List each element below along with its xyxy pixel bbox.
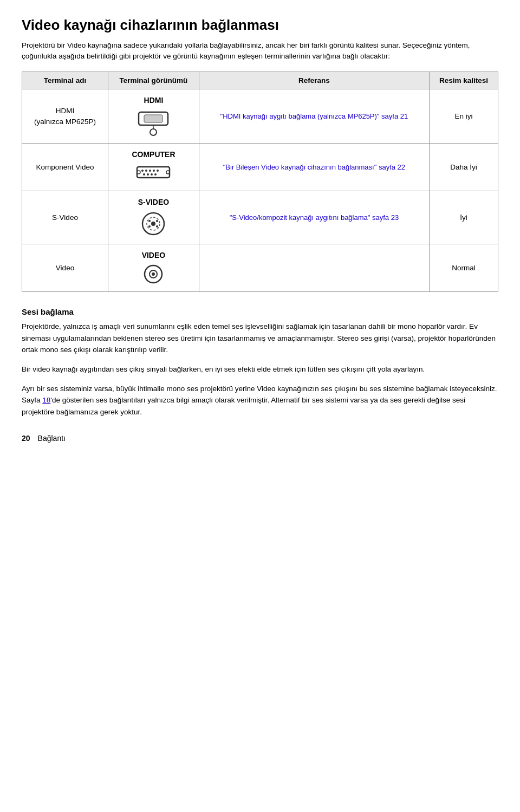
svg-point-21 [148,225,151,228]
sesi-baglama-section: Sesi bağlama Projektörde, yalnızca iş am… [22,307,498,418]
svideo-icon [140,210,167,237]
svg-rect-4 [137,167,170,178]
computer-icon [134,163,172,184]
section-paragraph-2: Bir video kaynağı aygıtından ses çıkış s… [22,363,498,375]
terminal-name-hdmi: HDMI(yalnızca MP625P) [22,89,108,144]
col-header-quality: Resim kalitesi [429,72,498,89]
svg-point-13 [154,173,157,176]
quality-component: Daha İyi [429,144,498,191]
col-header-terminal-name: Terminal adı [22,72,108,89]
terminal-view-video: VIDEO [108,244,199,292]
svg-point-5 [141,170,144,172]
page-number: 20 [22,434,30,443]
section-paragraph-3: Ayrı bir ses sisteminiz varsa, büyük iht… [22,383,498,418]
video-icon [142,263,164,285]
svg-point-11 [147,173,149,176]
quality-video: Normal [429,244,498,292]
svg-point-18 [151,222,155,226]
svg-point-12 [151,173,153,176]
section-title-sesi: Sesi bağlama [22,307,498,316]
footer: 20 Bağlantı [22,434,498,443]
svg-point-2 [150,129,157,135]
page-link-18[interactable]: 18 [42,396,50,404]
svg-point-7 [149,170,151,172]
quality-hdmi: En iyi [429,89,498,144]
svg-point-19 [148,220,151,222]
svg-point-9 [157,170,159,172]
connection-table: Terminal adı Terminal görünümü Referans … [22,72,498,292]
referans-svideo: "S-Video/kompozit kaynağı aygıtını bağla… [199,191,429,244]
terminal-name-svideo: S-Video [22,191,108,244]
section-paragraph-1: Projektörde, yalnızca iş amaçlı veri sun… [22,321,498,356]
terminal-name-video: Video [22,244,108,292]
page-title: Video kaynağı cihazlarının bağlanması [22,16,498,35]
quality-svideo: İyi [429,191,498,244]
terminal-view-svideo: S-VIDEO [108,191,199,244]
referans-video [199,244,429,292]
svg-point-22 [156,225,158,228]
col-header-terminal-view: Terminal görünümü [108,72,199,89]
svg-rect-1 [144,115,162,122]
col-header-reference: Referans [199,72,429,89]
terminal-view-computer: COMPUTER [108,144,199,191]
intro-paragraph: Projektörü bir Video kaynağına sadece yu… [22,40,498,62]
terminal-name-component: Komponent Video [22,144,108,191]
svg-point-8 [153,170,155,172]
svg-point-10 [143,173,145,176]
referans-component: "Bir Bileşen Video kaynağı cihazının bağ… [199,144,429,191]
terminal-view-hdmi: HDMI [108,89,199,144]
svg-point-6 [145,170,147,172]
table-row: HDMI(yalnızca MP625P) HDMI "HDMI kaynağı… [22,89,498,144]
referans-hdmi: "HDMI kaynağı aygıtı bağlama (yalnızca M… [199,89,429,144]
svg-point-20 [156,220,158,222]
table-row: Video VIDEO Normal [22,244,498,292]
footer-label: Bağlantı [38,434,66,443]
table-row: S-Video S-VIDEO [22,191,498,244]
table-row: Komponent Video COMPUTER [22,144,498,191]
hdmi-icon [134,109,172,137]
svg-point-25 [152,272,155,276]
